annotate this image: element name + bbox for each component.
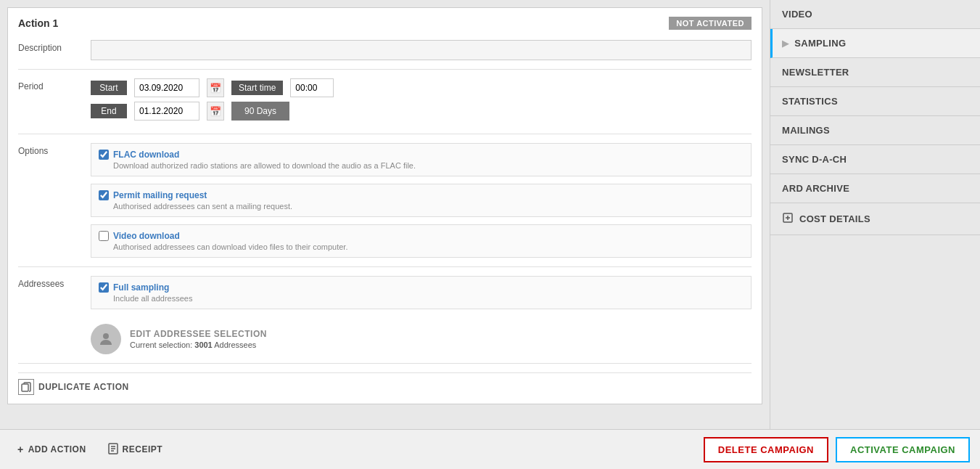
add-action-button[interactable]: + ADD ACTION: [10, 439, 94, 460]
duplicate-action-row[interactable]: DUPLICATE ACTION: [18, 372, 752, 395]
sidebar-item-sampling[interactable]: ▶ SAMPLING: [770, 29, 980, 58]
edit-addressee-link[interactable]: EDIT ADDRESSEE SELECTION: [130, 329, 267, 339]
options-content: FLAC download Download authorized radio …: [91, 143, 752, 258]
start-time-label-btn: Start time: [231, 81, 283, 95]
description-input[interactable]: [91, 40, 752, 60]
edit-addressee-info: EDIT ADDRESSEE SELECTION Current selecti…: [130, 329, 267, 349]
option-mailing: Permit mailing request Authorised addres…: [91, 184, 752, 217]
end-label-btn: End: [91, 104, 127, 118]
start-label-btn: Start: [91, 81, 127, 95]
activate-campaign-button[interactable]: ACTIVATE CAMPAIGN: [836, 437, 970, 462]
addressee-count: 3001: [194, 340, 212, 349]
description-content: [91, 40, 752, 60]
option-flac: FLAC download Download authorized radio …: [91, 143, 752, 176]
avatar: [91, 324, 121, 354]
sidebar-item-video[interactable]: VIDEO: [770, 0, 980, 29]
action-box: Action 1 NOT ACTIVATED Description Perio…: [7, 7, 762, 404]
period-row: Period Start 📅 Start time End 📅 90 Days: [18, 78, 752, 134]
option-mailing-row: Permit mailing request: [99, 190, 744, 200]
video-title: Video download: [113, 231, 180, 241]
bottom-bar: + ADD ACTION RECEIPT DELETE CAMPAIGN ACT…: [0, 429, 980, 469]
addressees-row: Addressees Full sampling Include all add…: [18, 276, 752, 364]
sidebar-ard-label: ARD ARCHIVE: [782, 183, 849, 194]
sidebar-item-sync-dach[interactable]: SYNC D-A-CH: [770, 145, 980, 174]
duplicate-icon: [18, 379, 34, 395]
video-checkbox[interactable]: [99, 231, 109, 241]
addressee-full-sampling: Full sampling Include all addressees: [91, 276, 752, 309]
sidebar-sync-label: SYNC D-A-CH: [782, 154, 847, 165]
end-date-input[interactable]: [134, 102, 199, 121]
action-header: Action 1 NOT ACTIVATED: [18, 17, 752, 30]
svg-point-0: [103, 333, 109, 339]
options-row: Options FLAC download Download authorize…: [18, 143, 752, 267]
start-calendar-icon[interactable]: 📅: [207, 78, 224, 97]
period-content: Start 📅 Start time End 📅 90 Days: [91, 78, 752, 125]
not-activated-badge: NOT ACTIVATED: [669, 17, 752, 30]
addressees-label: Addressees: [18, 276, 91, 289]
start-time-input[interactable]: [290, 78, 334, 97]
start-date-input[interactable]: [134, 78, 199, 97]
period-label: Period: [18, 78, 91, 91]
sidebar-video-label: VIDEO: [782, 9, 812, 20]
options-label: Options: [18, 143, 91, 156]
video-desc: Authorised addressees can download video…: [99, 242, 744, 251]
addressees-content: Full sampling Include all addressees: [91, 276, 752, 354]
left-panel: Action 1 NOT ACTIVATED Description Perio…: [0, 0, 770, 429]
mailing-desc: Authorised addressees can sent a mailing…: [99, 202, 744, 211]
svg-rect-1: [22, 384, 28, 391]
edit-addressee-row: EDIT ADDRESSEE SELECTION Current selecti…: [91, 324, 752, 354]
add-action-label: ADD ACTION: [28, 444, 86, 454]
sidebar-item-newsletter[interactable]: NEWSLETTER: [770, 58, 980, 87]
full-sampling-checkbox[interactable]: [99, 282, 109, 293]
sidebar-statistics-label: STATISTICS: [782, 96, 838, 107]
delete-campaign-button[interactable]: DELETE CAMPAIGN: [704, 437, 828, 462]
receipt-button[interactable]: RECEIPT: [101, 439, 170, 461]
duration-btn: 90 Days: [231, 102, 289, 121]
option-flac-row: FLAC download: [99, 150, 744, 160]
sidebar-mailings-label: MAILINGS: [782, 125, 830, 136]
full-sampling-desc: Include all addressees: [99, 294, 744, 303]
option-video: Video download Authorised addressees can…: [91, 224, 752, 258]
sidebar-sampling-label: SAMPLING: [794, 38, 846, 49]
description-row: Description: [18, 40, 752, 70]
full-sampling-row: Full sampling: [99, 282, 744, 293]
receipt-icon: [108, 443, 118, 457]
receipt-label: RECEIPT: [123, 444, 163, 454]
sidebar-item-cost-details[interactable]: COST DETAILS: [770, 203, 980, 235]
sidebar-item-statistics[interactable]: STATISTICS: [770, 87, 980, 116]
sampling-arrow: ▶: [782, 38, 788, 49]
plus-icon: +: [17, 444, 24, 455]
sidebar-item-mailings[interactable]: MAILINGS: [770, 116, 980, 145]
cost-icon: [782, 212, 794, 226]
sidebar-cost-label: COST DETAILS: [799, 213, 870, 224]
duplicate-label[interactable]: DUPLICATE ACTION: [38, 382, 129, 392]
sidebar-newsletter-label: NEWSLETTER: [782, 67, 849, 78]
flac-checkbox[interactable]: [99, 150, 109, 160]
flac-title: FLAC download: [113, 150, 179, 160]
option-video-row: Video download: [99, 231, 744, 241]
full-sampling-title: Full sampling: [113, 282, 169, 293]
action-title: Action 1: [18, 17, 58, 29]
sidebar-item-ard-archive[interactable]: ARD ARCHIVE: [770, 174, 980, 203]
mailing-title: Permit mailing request: [113, 190, 207, 200]
right-sidebar: VIDEO ▶ SAMPLING NEWSLETTER STATISTICS M…: [770, 0, 980, 429]
description-label: Description: [18, 40, 91, 53]
mailing-checkbox[interactable]: [99, 190, 109, 200]
current-selection: Current selection: 3001 Addressees: [130, 340, 267, 349]
flac-desc: Download authorized radio stations are a…: [99, 161, 744, 170]
end-calendar-icon[interactable]: 📅: [207, 102, 224, 121]
